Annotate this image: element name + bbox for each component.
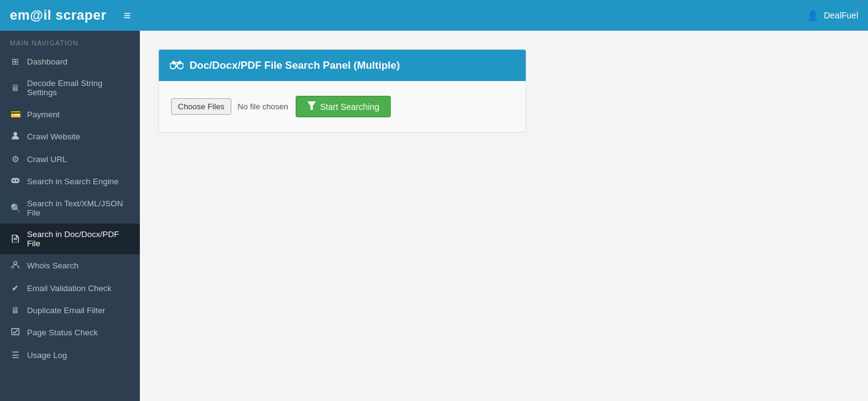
- payment-icon: 💳: [10, 109, 21, 119]
- sidebar-item-page-status[interactable]: Page Status Check: [0, 321, 140, 344]
- sidebar-item-label: Crawl Website: [27, 132, 80, 141]
- sidebar-item-duplicate-filter[interactable]: 🖥 Duplicate Email Filter: [0, 299, 140, 321]
- search-doc-icon: [10, 234, 21, 244]
- sidebar-item-label: Payment: [27, 110, 60, 119]
- usage-log-icon: ☰: [10, 350, 21, 360]
- svg-marker-13: [307, 101, 316, 110]
- file-input-button[interactable]: Choose Files: [171, 98, 231, 115]
- sidebar-item-label: Dashboard: [27, 57, 67, 66]
- user-icon: 👤: [807, 10, 819, 21]
- sidebar: MAIN NAVIGATION ⊞ Dashboard 🖥 Decode Ema…: [0, 31, 140, 401]
- username-label: DealFuel: [824, 10, 858, 20]
- sidebar-item-label: Page Status Check: [27, 328, 98, 337]
- navbar-right: 👤 DealFuel: [807, 10, 858, 21]
- svg-rect-12: [179, 61, 181, 64]
- sidebar-item-label: Decode Email String Settings: [27, 79, 130, 97]
- layout: MAIN NAVIGATION ⊞ Dashboard 🖥 Decode Ema…: [0, 31, 868, 401]
- sidebar-item-label: Search in Doc/Docx/PDF File: [27, 230, 130, 248]
- sidebar-toggle-button[interactable]: ≡: [124, 9, 131, 23]
- sidebar-item-dashboard[interactable]: ⊞ Dashboard: [0, 50, 140, 72]
- svg-point-6: [14, 262, 17, 265]
- panel-body-inner: Choose Files No file chosen Start Search…: [171, 96, 513, 117]
- main-content: Doc/Docx/PDF File Search Panel (Multiple…: [140, 31, 868, 401]
- sidebar-item-decode-email[interactable]: 🖥 Decode Email String Settings: [0, 72, 140, 103]
- file-input-wrapper[interactable]: Choose Files No file chosen: [171, 98, 288, 115]
- panel-title: Doc/Docx/PDF File Search Panel (Multiple…: [190, 60, 400, 72]
- duplicate-filter-icon: 🖥: [10, 305, 21, 315]
- sidebar-item-label: Crawl URL: [27, 155, 67, 164]
- svg-point-0: [13, 132, 17, 136]
- search-text-icon: 🔍: [10, 203, 21, 213]
- start-searching-label: Start Searching: [320, 102, 380, 112]
- search-engine-icon: [10, 176, 21, 187]
- filter-icon: [307, 101, 316, 112]
- svg-rect-11: [172, 61, 175, 64]
- dashboard-icon: ⊞: [10, 56, 21, 66]
- sidebar-item-label: Email Validation Check: [27, 284, 112, 293]
- sidebar-item-label: Whois Search: [27, 261, 79, 270]
- sidebar-item-email-validation[interactable]: ✔ Email Validation Check: [0, 277, 140, 299]
- sidebar-item-label: Search in Text/XML/JSON File: [27, 199, 130, 217]
- panel-body: Choose Files No file chosen Start Search…: [159, 81, 526, 132]
- search-panel: Doc/Docx/PDF File Search Panel (Multiple…: [158, 49, 526, 133]
- navbar-left: em@il scraper ≡: [10, 7, 131, 23]
- sidebar-item-crawl-website[interactable]: Crawl Website: [0, 125, 140, 148]
- choose-files-label: Choose Files: [178, 102, 225, 111]
- sidebar-item-usage-log[interactable]: ☰ Usage Log: [0, 344, 140, 366]
- page-status-icon: [10, 327, 21, 338]
- sidebar-item-payment[interactable]: 💳 Payment: [0, 103, 140, 125]
- sidebar-item-search-doc-pdf[interactable]: Search in Doc/Docx/PDF File: [0, 224, 140, 254]
- sidebar-item-whois[interactable]: Whois Search: [0, 254, 140, 277]
- crawl-website-icon: [10, 131, 21, 142]
- panel-header: Doc/Docx/PDF File Search Panel (Multiple…: [159, 50, 526, 81]
- sidebar-item-label: Usage Log: [27, 351, 67, 360]
- top-navbar: em@il scraper ≡ 👤 DealFuel: [0, 0, 868, 31]
- start-searching-button[interactable]: Start Searching: [296, 96, 391, 117]
- decode-email-icon: 🖥: [10, 83, 21, 93]
- sidebar-item-search-text-xml[interactable]: 🔍 Search in Text/XML/JSON File: [0, 193, 140, 224]
- binoculars-icon: [170, 58, 183, 72]
- crawl-url-icon: ⚙: [10, 154, 21, 164]
- sidebar-section-title: MAIN NAVIGATION: [0, 31, 140, 50]
- sidebar-item-label: Duplicate Email Filter: [27, 306, 106, 315]
- brand-logo: em@il scraper: [10, 7, 107, 23]
- sidebar-item-crawl-url[interactable]: ⚙ Crawl URL: [0, 148, 140, 170]
- sidebar-item-search-engine[interactable]: Search in Search Engine: [0, 170, 140, 193]
- whois-icon: [10, 260, 21, 271]
- sidebar-item-label: Search in Search Engine: [27, 177, 118, 186]
- file-chosen-text: No file chosen: [237, 102, 288, 111]
- email-validation-icon: ✔: [10, 283, 21, 293]
